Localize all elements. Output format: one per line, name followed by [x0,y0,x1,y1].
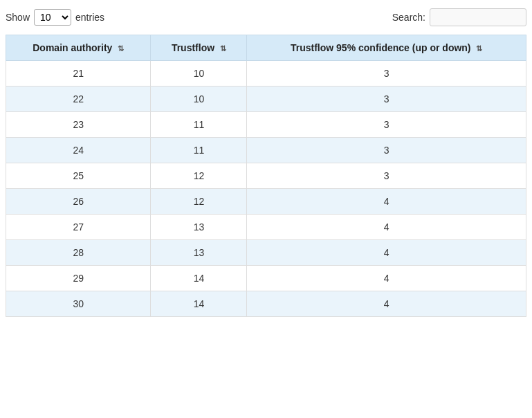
cell-domain-authority: 26 [6,189,151,215]
cell-confidence: 4 [247,215,526,240]
cell-confidence: 3 [247,87,526,112]
cell-domain-authority: 25 [6,163,151,189]
table-row: 26124 [6,189,526,215]
table-row: 29144 [6,266,526,291]
cell-domain-authority: 22 [6,87,151,112]
table-row: 24113 [6,138,526,163]
col-trustflow[interactable]: Trustflow ⇅ [151,35,247,61]
cell-trustflow: 11 [151,138,247,163]
table-row: 23113 [6,112,526,138]
cell-confidence: 4 [247,291,526,317]
entries-select[interactable]: 10 25 50 100 [34,9,71,26]
cell-trustflow: 14 [151,266,247,291]
search-area: Search: [392,8,526,26]
cell-confidence: 3 [247,163,526,189]
cell-trustflow: 14 [151,291,247,317]
table-row: 25123 [6,163,526,189]
cell-trustflow: 10 [151,87,247,112]
cell-trustflow: 11 [151,112,247,138]
col-trustflow-sort-icon: ⇅ [220,44,226,53]
cell-domain-authority: 28 [6,240,151,266]
show-entries-control: Show 10 25 50 100 entries [6,9,104,26]
data-table: Domain authority ⇅ Trustflow ⇅ Trustflow… [6,35,526,317]
cell-confidence: 3 [247,138,526,163]
table-row: 27134 [6,215,526,240]
cell-confidence: 3 [247,61,526,87]
cell-domain-authority: 30 [6,291,151,317]
col-confidence-sort-icon: ⇅ [476,44,482,53]
cell-domain-authority: 27 [6,215,151,240]
cell-domain-authority: 24 [6,138,151,163]
header-row: Domain authority ⇅ Trustflow ⇅ Trustflow… [6,35,526,61]
cell-trustflow: 13 [151,215,247,240]
table-row: 28134 [6,240,526,266]
cell-domain-authority: 29 [6,266,151,291]
entries-label: entries [75,12,104,23]
cell-trustflow: 12 [151,189,247,215]
cell-confidence: 4 [247,266,526,291]
table-header: Domain authority ⇅ Trustflow ⇅ Trustflow… [6,35,526,61]
search-input[interactable] [430,8,526,26]
cell-domain-authority: 21 [6,61,151,87]
table-body: 2110322103231132411325123261242713428134… [6,61,526,317]
cell-confidence: 4 [247,240,526,266]
search-label: Search: [392,12,425,23]
top-controls: Show 10 25 50 100 entries Search: [6,8,526,26]
table-row: 21103 [6,61,526,87]
col-trustflow-label: Trustflow [172,42,214,53]
col-domain-authority-sort-icon: ⇅ [118,44,124,53]
cell-trustflow: 10 [151,61,247,87]
table-row: 22103 [6,87,526,112]
col-confidence-label: Trustflow 95% confidence (up or down) [291,42,471,53]
main-container: Show 10 25 50 100 entries Search: Domain… [0,0,532,325]
table-row: 30144 [6,291,526,317]
cell-confidence: 3 [247,112,526,138]
cell-trustflow: 13 [151,240,247,266]
col-domain-authority-label: Domain authority [33,42,112,53]
col-domain-authority[interactable]: Domain authority ⇅ [6,35,151,61]
cell-domain-authority: 23 [6,112,151,138]
col-confidence[interactable]: Trustflow 95% confidence (up or down) ⇅ [247,35,526,61]
cell-trustflow: 12 [151,163,247,189]
cell-confidence: 4 [247,189,526,215]
show-label: Show [6,12,30,23]
